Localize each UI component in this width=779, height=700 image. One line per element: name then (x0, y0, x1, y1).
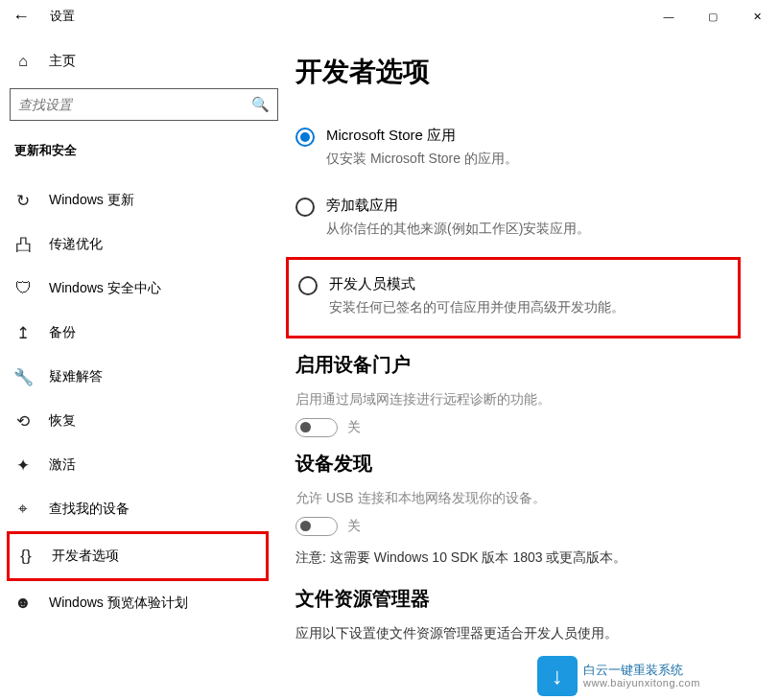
device-discovery-toggle[interactable] (295, 517, 338, 536)
update-icon: ↻ (14, 191, 32, 211)
page-title: 开发者选项 (295, 54, 741, 90)
home-icon: ⌂ (14, 53, 32, 70)
delivery-icon: 凸 (14, 234, 32, 256)
home-label: 主页 (49, 53, 76, 70)
window-title: 设置 (50, 8, 75, 25)
radio-desc: 安装任何已签名的可信应用并使用高级开发功能。 (329, 299, 625, 316)
locate-icon: ⌖ (14, 500, 32, 519)
sidebar-item-windows-update[interactable]: ↻Windows 更新 (10, 178, 278, 222)
file-explorer-heading: 文件资源管理器 (295, 586, 741, 612)
radio-desc: 仅安装 Microsoft Store 的应用。 (326, 151, 518, 168)
radio-desc: 从你信任的其他来源(例如工作区)安装应用。 (326, 221, 590, 238)
maximize-button[interactable]: ▢ (691, 1, 735, 32)
device-discovery-heading: 设备发现 (295, 451, 741, 477)
radio-label: 旁加载应用 (326, 197, 590, 215)
watermark-logo-icon: ↓ (537, 656, 578, 696)
recovery-icon: ⟲ (14, 411, 32, 432)
watermark-url: www.baiyunxitong.com (583, 677, 700, 689)
home-nav[interactable]: ⌂ 主页 (10, 42, 278, 81)
sidebar-item-label: 查找我的设备 (49, 501, 130, 518)
main-content: 开发者选项 Microsoft Store 应用 仅安装 Microsoft S… (288, 33, 779, 700)
back-button[interactable]: ← (0, 7, 42, 27)
radio-icon (295, 128, 315, 147)
sidebar-item-label: 激活 (49, 456, 76, 474)
device-portal-heading: 启用设备门户 (295, 352, 741, 378)
device-discovery-state: 关 (347, 518, 361, 535)
radio-label: 开发人员模式 (329, 275, 625, 293)
insider-icon: ☻ (14, 594, 32, 613)
watermark: ↓ 白云一键重装系统 www.baiyunxitong.com (537, 656, 700, 696)
toggle-knob (300, 422, 311, 432)
sidebar-item-find-device[interactable]: ⌖查找我的设备 (10, 487, 278, 531)
sidebar-item-backup[interactable]: ↥备份 (10, 311, 278, 355)
radio-option-store-apps[interactable]: Microsoft Store 应用 仅安装 Microsoft Store 的… (295, 121, 741, 174)
sidebar-item-windows-security[interactable]: 🛡Windows 安全中心 (10, 267, 278, 311)
sidebar-item-label: Windows 安全中心 (49, 280, 161, 297)
radio-option-developer-mode[interactable]: 开发人员模式 安装任何已签名的可信应用并使用高级开发功能。 (298, 269, 728, 322)
sidebar-item-label: 恢复 (49, 412, 76, 430)
sidebar-item-label: 疑难解答 (49, 368, 103, 385)
sidebar-item-insider[interactable]: ☻Windows 预览体验计划 (10, 581, 278, 625)
shield-icon: 🛡 (14, 279, 32, 298)
search-icon: 🔍 (251, 96, 270, 113)
radio-option-sideload[interactable]: 旁加载应用 从你信任的其他来源(例如工作区)安装应用。 (295, 191, 741, 244)
search-input[interactable] (18, 97, 251, 112)
radio-option-developer-mode-highlight: 开发人员模式 安装任何已签名的可信应用并使用高级开发功能。 (286, 257, 741, 338)
sidebar: ⌂ 主页 🔍 更新和安全 ↻Windows 更新 凸传递优化 🛡Windows … (0, 33, 288, 700)
radio-icon (298, 276, 318, 295)
code-icon: {} (17, 547, 35, 566)
sidebar-item-developer-options[interactable]: {}开发者选项 (7, 531, 269, 581)
device-portal-state: 关 (347, 419, 361, 436)
sidebar-item-label: 传递优化 (49, 236, 103, 253)
sidebar-item-label: 备份 (49, 324, 76, 341)
search-box[interactable]: 🔍 (10, 88, 278, 121)
radio-icon (295, 198, 315, 217)
sidebar-item-label: 开发者选项 (52, 548, 119, 565)
sidebar-item-delivery-optimization[interactable]: 凸传递优化 (10, 222, 278, 267)
radio-label: Microsoft Store 应用 (326, 127, 518, 145)
close-button[interactable]: ✕ (735, 1, 779, 32)
backup-icon: ↥ (14, 323, 32, 343)
sidebar-item-recovery[interactable]: ⟲恢复 (10, 399, 278, 443)
sidebar-section-title: 更新和安全 (10, 142, 278, 159)
toggle-knob (300, 521, 311, 531)
device-discovery-desc: 允许 USB 连接和本地网络发现你的设备。 (295, 490, 741, 507)
sidebar-item-label: Windows 更新 (49, 192, 134, 209)
sidebar-item-troubleshoot[interactable]: 🔧疑难解答 (10, 355, 278, 399)
device-portal-desc: 启用通过局域网连接进行远程诊断的功能。 (295, 391, 741, 408)
sidebar-item-activation[interactable]: ✦激活 (10, 443, 278, 487)
minimize-button[interactable]: — (647, 1, 691, 32)
device-discovery-note: 注意: 这需要 Windows 10 SDK 版本 1803 或更高版本。 (295, 549, 741, 567)
watermark-text: 白云一键重装系统 (583, 663, 700, 678)
file-explorer-desc: 应用以下设置使文件资源管理器更适合开发人员使用。 (295, 625, 741, 642)
activation-icon: ✦ (14, 455, 32, 476)
wrench-icon: 🔧 (14, 367, 32, 387)
sidebar-item-label: Windows 预览体验计划 (49, 595, 188, 612)
device-portal-toggle[interactable] (295, 418, 338, 437)
